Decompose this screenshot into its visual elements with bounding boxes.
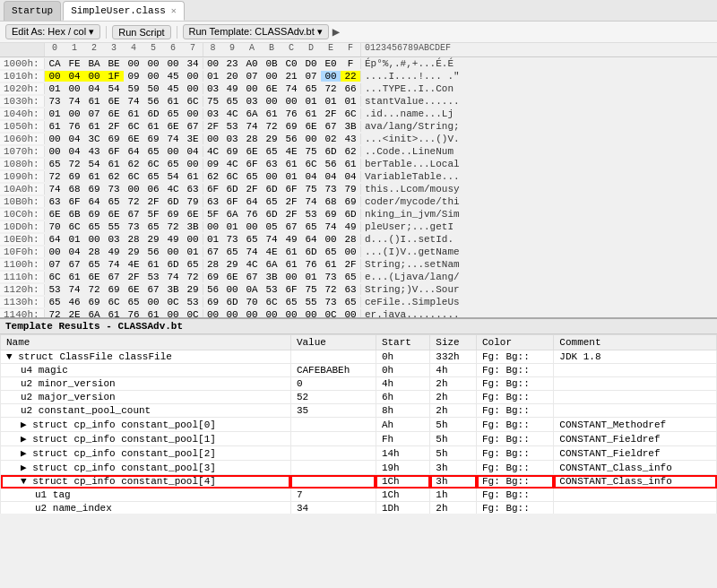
hex-byte[interactable]: 6D bbox=[163, 259, 183, 270]
hex-byte[interactable]: 64 bbox=[301, 234, 321, 245]
hex-byte[interactable]: 6F bbox=[203, 184, 222, 195]
hex-byte[interactable]: 6D bbox=[262, 184, 281, 195]
hex-byte[interactable]: 28 bbox=[242, 134, 262, 144]
hex-byte[interactable]: 61 bbox=[281, 259, 301, 270]
hex-byte[interactable]: 63 bbox=[341, 284, 360, 295]
hex-byte[interactable]: 00 bbox=[124, 184, 143, 195]
tab-close-icon[interactable]: ✕ bbox=[171, 5, 177, 16]
hex-byte[interactable]: 67 bbox=[143, 284, 163, 295]
hex-byte[interactable]: 6D bbox=[301, 246, 321, 257]
hex-byte[interactable]: 00 bbox=[203, 134, 222, 144]
hex-byte[interactable]: 00 bbox=[84, 71, 104, 82]
hex-byte[interactable]: 03 bbox=[222, 134, 242, 144]
hex-byte[interactable]: 01 bbox=[183, 246, 203, 257]
table-row[interactable]: ▶ struct cp_info constant_pool[0]Ah5hFg:… bbox=[1, 418, 717, 432]
hex-byte[interactable]: 00 bbox=[163, 246, 183, 257]
hex-byte[interactable]: 00 bbox=[45, 71, 65, 82]
hex-byte[interactable]: 72 bbox=[321, 284, 341, 295]
hex-byte[interactable]: 73 bbox=[45, 96, 65, 107]
hex-byte[interactable]: 07 bbox=[84, 108, 104, 119]
hex-byte[interactable]: 01 bbox=[45, 108, 65, 119]
hex-byte[interactable]: 67 bbox=[203, 246, 222, 257]
hex-byte[interactable]: 74 bbox=[163, 134, 183, 144]
hex-row[interactable]: 1080h:65725461626C6500094C6F63616C5661be… bbox=[0, 158, 717, 170]
hex-byte[interactable]: 04 bbox=[84, 83, 104, 94]
hex-byte[interactable]: 00 bbox=[203, 309, 222, 317]
hex-byte[interactable]: 69 bbox=[84, 184, 104, 195]
hex-byte[interactable]: 3E bbox=[183, 134, 203, 144]
hex-byte[interactable]: 62 bbox=[341, 146, 360, 157]
hex-byte[interactable]: 00 bbox=[124, 58, 143, 69]
hex-byte[interactable]: 73 bbox=[222, 234, 242, 245]
hex-byte[interactable]: 22 bbox=[341, 71, 360, 82]
hex-byte[interactable]: 65 bbox=[143, 171, 163, 182]
hex-byte[interactable]: 67 bbox=[321, 121, 341, 132]
hex-byte[interactable]: 75 bbox=[301, 146, 321, 157]
run-script-button[interactable]: Run Script bbox=[112, 25, 170, 39]
hex-byte[interactable]: 01 bbox=[203, 234, 222, 245]
hex-byte[interactable]: 00 bbox=[301, 134, 321, 144]
tree-arrow-icon[interactable]: ▼ bbox=[21, 476, 32, 487]
hex-byte[interactable]: 64 bbox=[84, 196, 104, 207]
hex-byte[interactable]: 76 bbox=[124, 309, 143, 317]
results-scroll-area[interactable]: NameValueStartSizeColorComment ▼ struct … bbox=[0, 334, 717, 514]
hex-byte[interactable]: 65 bbox=[281, 297, 301, 307]
hex-row[interactable]: 1030h:7374616E7456616C7565030000010101st… bbox=[0, 95, 717, 108]
hex-byte[interactable]: 61 bbox=[341, 159, 360, 169]
hex-byte[interactable]: 61 bbox=[143, 121, 163, 132]
hex-byte[interactable]: 6C bbox=[104, 297, 124, 307]
hex-byte[interactable]: 6C bbox=[341, 108, 360, 119]
hex-byte[interactable]: 4C bbox=[203, 146, 222, 157]
hex-byte[interactable]: 21 bbox=[281, 71, 301, 82]
hex-byte[interactable]: 61 bbox=[163, 96, 183, 107]
hex-byte[interactable]: 65 bbox=[262, 146, 281, 157]
hex-byte[interactable]: 74 bbox=[281, 83, 301, 94]
hex-byte[interactable]: 01 bbox=[203, 71, 222, 82]
hex-byte[interactable]: 00 bbox=[163, 146, 183, 157]
hex-byte[interactable]: 6E bbox=[124, 284, 143, 295]
hex-byte[interactable]: 01 bbox=[301, 272, 321, 282]
hex-byte[interactable]: 00 bbox=[143, 297, 163, 307]
hex-byte[interactable]: 54 bbox=[84, 159, 104, 169]
hex-byte[interactable]: 76 bbox=[242, 209, 262, 220]
hex-byte[interactable]: 06 bbox=[143, 184, 163, 195]
hex-byte[interactable]: 6F bbox=[281, 284, 301, 295]
hex-byte[interactable]: 00 bbox=[163, 309, 183, 317]
hex-byte[interactable]: 0C bbox=[183, 309, 203, 317]
hex-byte[interactable]: 74 bbox=[45, 184, 65, 195]
hex-byte[interactable]: 3B bbox=[341, 121, 360, 132]
hex-row[interactable]: 1090h:726961626C655461626C650001040404Va… bbox=[0, 170, 717, 183]
hex-byte[interactable]: 00 bbox=[183, 108, 203, 119]
hex-byte[interactable]: 6F bbox=[242, 159, 262, 169]
hex-byte[interactable]: 69 bbox=[321, 209, 341, 220]
run-template-button[interactable]: Run Template: CLASSAdv.bt ▾ bbox=[183, 24, 329, 39]
hex-byte[interactable]: 28 bbox=[341, 234, 360, 245]
hex-byte[interactable]: 29 bbox=[222, 259, 242, 270]
hex-byte[interactable]: 00 bbox=[281, 272, 301, 282]
hex-byte[interactable]: 65 bbox=[84, 221, 104, 232]
hex-byte[interactable]: 29 bbox=[183, 284, 203, 295]
hex-byte[interactable]: 49 bbox=[281, 234, 301, 245]
hex-byte[interactable]: 74 bbox=[65, 96, 84, 107]
hex-byte[interactable]: 61 bbox=[143, 309, 163, 317]
hex-byte[interactable]: 4E bbox=[124, 259, 143, 270]
tree-arrow-icon[interactable]: ▶ bbox=[21, 448, 32, 459]
hex-byte[interactable]: 6E bbox=[104, 209, 124, 220]
hex-byte[interactable]: 28 bbox=[124, 234, 143, 245]
tab-simpleuser[interactable]: SimpleUser.class ✕ bbox=[63, 1, 185, 21]
hex-byte[interactable]: 54 bbox=[104, 83, 124, 94]
table-row[interactable]: u2 name_index341Dh2hFg: Bg:: bbox=[1, 502, 717, 514]
hex-byte[interactable]: 72 bbox=[84, 284, 104, 295]
hex-byte[interactable]: 69 bbox=[341, 196, 360, 207]
hex-byte[interactable]: 65 bbox=[262, 196, 281, 207]
hex-byte[interactable]: 55 bbox=[104, 221, 124, 232]
hex-byte[interactable]: 69 bbox=[222, 146, 242, 157]
hex-byte[interactable]: 65 bbox=[104, 196, 124, 207]
hex-byte[interactable]: 4C bbox=[163, 184, 183, 195]
hex-byte[interactable]: 2F bbox=[281, 209, 301, 220]
hex-byte[interactable]: 6A bbox=[262, 259, 281, 270]
hex-byte[interactable]: 29 bbox=[262, 134, 281, 144]
hex-byte[interactable]: 72 bbox=[262, 121, 281, 132]
hex-byte[interactable]: 65 bbox=[301, 83, 321, 94]
hex-byte[interactable]: 63 bbox=[183, 184, 203, 195]
